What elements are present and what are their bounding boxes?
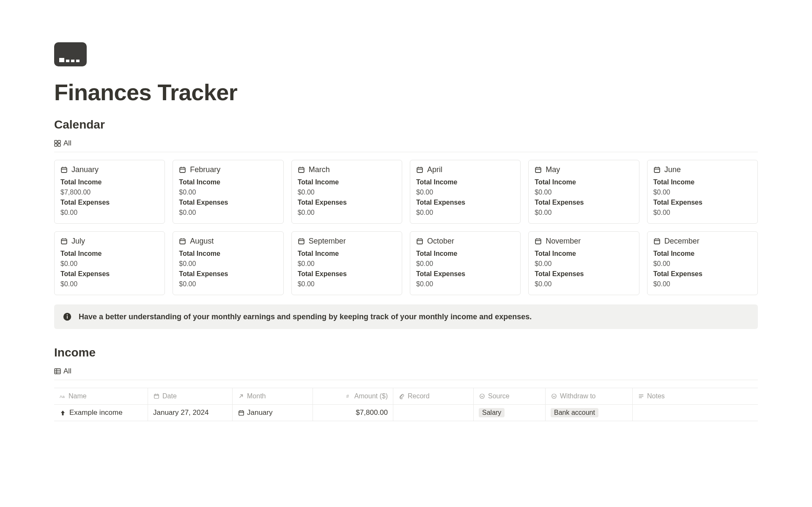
expenses-label: Total Expenses: [298, 270, 396, 278]
month-card[interactable]: JanuaryTotal Income$7,800.00Total Expens…: [54, 160, 165, 224]
info-icon: [63, 312, 72, 321]
expenses-label: Total Expenses: [653, 199, 752, 206]
income-heading: Income: [54, 346, 758, 359]
callout: Have a better understanding of your mont…: [54, 304, 758, 329]
income-label: Total Income: [60, 178, 159, 186]
income-label: Total Income: [179, 250, 277, 258]
svg-rect-55: [55, 369, 60, 374]
income-label: Total Income: [60, 250, 159, 258]
svg-rect-53: [67, 316, 68, 318]
svg-rect-1: [58, 140, 60, 143]
month-name: July: [71, 237, 85, 246]
expenses-value: $0.00: [60, 280, 159, 288]
svg-rect-4: [61, 167, 67, 173]
income-table: Aa Name Date Month # Amount ($): [54, 388, 758, 421]
column-label: Date: [162, 392, 177, 400]
calendar-view-tab[interactable]: All: [63, 139, 71, 148]
column-header-withdraw[interactable]: Withdraw to: [546, 388, 633, 404]
expenses-label: Total Expenses: [653, 270, 752, 278]
month-name: May: [546, 165, 560, 174]
month-card[interactable]: AprilTotal Income$0.00Total Expenses$0.0…: [410, 160, 521, 224]
cell-source[interactable]: Salary: [474, 405, 546, 421]
cell-month-text: January: [247, 408, 272, 417]
month-card[interactable]: JulyTotal Income$0.00Total Expenses$0.00: [54, 231, 165, 295]
attachment-icon: [398, 393, 405, 400]
cell-notes[interactable]: [633, 405, 758, 421]
month-card[interactable]: MayTotal Income$0.00Total Expenses$0.00: [528, 160, 639, 224]
column-header-date[interactable]: Date: [148, 388, 233, 404]
expenses-label: Total Expenses: [535, 270, 633, 278]
svg-rect-16: [417, 167, 422, 173]
withdraw-tag: Bank account: [551, 408, 598, 417]
month-name: August: [190, 237, 214, 246]
cell-amount[interactable]: $7,800.00: [313, 405, 393, 421]
table-view-icon: [54, 368, 61, 375]
expenses-value: $0.00: [298, 209, 396, 217]
income-value: $0.00: [298, 189, 396, 196]
table-row[interactable]: Example incomeJanuary 27, 2024January$7,…: [54, 405, 758, 421]
svg-rect-48: [654, 239, 660, 244]
calendar-icon: [60, 238, 68, 245]
cell-withdraw[interactable]: Bank account: [546, 405, 633, 421]
calendar-icon: [298, 166, 305, 174]
calendar-view-tabs: All: [54, 137, 758, 152]
income-view-tab[interactable]: All: [63, 367, 71, 375]
month-card[interactable]: JuneTotal Income$0.00Total Expenses$0.00: [647, 160, 758, 224]
column-label: Name: [69, 392, 87, 400]
svg-rect-60: [154, 395, 159, 399]
up-arrow-icon: [59, 409, 66, 416]
svg-rect-36: [299, 239, 304, 244]
month-name: February: [190, 165, 220, 174]
column-header-month[interactable]: Month: [233, 388, 313, 404]
income-value: $0.00: [416, 189, 514, 196]
calendar-icon: [535, 166, 542, 174]
svg-rect-2: [55, 144, 57, 146]
expenses-value: $0.00: [298, 280, 396, 288]
expenses-value: $0.00: [179, 209, 277, 217]
cell-date[interactable]: January 27, 2024: [148, 405, 233, 421]
income-value: $0.00: [653, 189, 752, 196]
month-card[interactable]: OctoberTotal Income$0.00Total Expenses$0…: [410, 231, 521, 295]
column-header-notes[interactable]: Notes: [633, 388, 758, 404]
source-tag: Salary: [479, 408, 505, 417]
callout-text: Have a better understanding of your mont…: [79, 312, 532, 321]
svg-rect-32: [180, 239, 185, 244]
month-card[interactable]: SeptemberTotal Income$0.00Total Expenses…: [291, 231, 402, 295]
svg-rect-44: [535, 239, 541, 244]
page-icon: [54, 42, 87, 66]
month-name: November: [546, 237, 581, 246]
expenses-label: Total Expenses: [416, 199, 514, 206]
calendar-icon: [238, 409, 244, 416]
month-card[interactable]: FebruaryTotal Income$0.00Total Expenses$…: [173, 160, 283, 224]
month-card[interactable]: MarchTotal Income$0.00Total Expenses$0.0…: [291, 160, 402, 224]
month-name: June: [664, 165, 681, 174]
expenses-value: $0.00: [416, 280, 514, 288]
column-header-record[interactable]: Record: [393, 388, 474, 404]
income-value: $0.00: [653, 260, 752, 268]
calendar-icon: [153, 393, 160, 400]
relation-icon: [238, 393, 244, 400]
column-label: Amount ($): [354, 392, 388, 400]
expenses-label: Total Expenses: [179, 270, 277, 278]
month-card[interactable]: NovemberTotal Income$0.00Total Expenses$…: [528, 231, 639, 295]
cell-record[interactable]: [393, 405, 474, 421]
cell-month[interactable]: January: [233, 405, 313, 421]
month-card[interactable]: AugustTotal Income$0.00Total Expenses$0.…: [173, 231, 283, 295]
expenses-value: $0.00: [535, 209, 633, 217]
expenses-value: $0.00: [535, 280, 633, 288]
column-header-amount[interactable]: # Amount ($): [313, 388, 393, 404]
month-name: March: [309, 165, 330, 174]
gallery-view-icon: [54, 140, 61, 147]
income-value: $0.00: [179, 260, 277, 268]
calendar-icon: [653, 166, 661, 174]
cell-name[interactable]: Example income: [54, 405, 148, 421]
calendar-icon: [416, 238, 424, 245]
expenses-value: $0.00: [416, 209, 514, 217]
column-header-source[interactable]: Source: [474, 388, 546, 404]
month-card[interactable]: DecemberTotal Income$0.00Total Expenses$…: [647, 231, 758, 295]
income-label: Total Income: [653, 250, 752, 258]
svg-rect-70: [239, 411, 243, 415]
column-header-name[interactable]: Aa Name: [54, 388, 148, 404]
expenses-value: $0.00: [179, 280, 277, 288]
income-value: $0.00: [416, 260, 514, 268]
